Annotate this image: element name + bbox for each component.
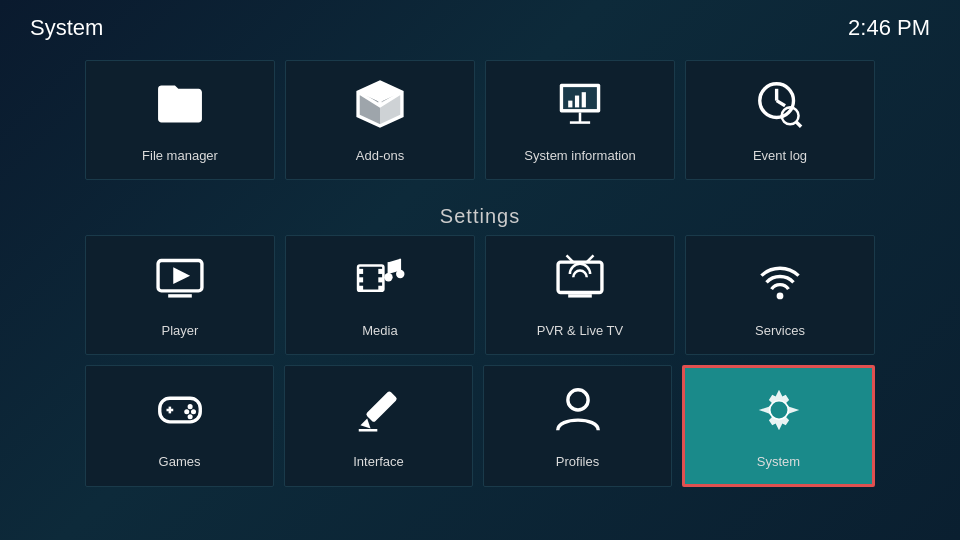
tile-file-manager-label: File manager — [142, 148, 218, 163]
svg-rect-4 — [582, 92, 586, 107]
pencil-icon — [352, 383, 406, 444]
svg-point-43 — [770, 402, 787, 419]
person-icon — [551, 383, 605, 444]
tile-media[interactable]: Media — [285, 235, 475, 355]
tile-games[interactable]: Games — [85, 365, 274, 487]
gamepad-icon — [153, 383, 207, 444]
page-title: System — [30, 15, 103, 41]
svg-marker-39 — [360, 418, 370, 428]
svg-point-23 — [396, 270, 404, 278]
tile-system[interactable]: System — [682, 365, 875, 487]
media-icon — [353, 252, 407, 313]
tile-file-manager[interactable]: File manager — [85, 60, 275, 180]
svg-rect-3 — [575, 96, 579, 108]
tile-media-label: Media — [362, 323, 397, 338]
tile-add-ons[interactable]: Add-ons — [285, 60, 475, 180]
tile-pvr-live-tv-label: PVR & Live TV — [537, 323, 623, 338]
svg-rect-17 — [358, 277, 363, 282]
clock-search-icon — [753, 77, 807, 138]
svg-marker-13 — [173, 267, 190, 284]
svg-point-30 — [777, 293, 784, 300]
svg-point-22 — [384, 273, 392, 281]
gear-icon — [752, 383, 806, 444]
tile-profiles-label: Profiles — [556, 454, 599, 469]
svg-point-41 — [567, 390, 587, 410]
settings-row-2: Games Interface Profiles — [85, 365, 875, 487]
svg-rect-26 — [558, 262, 602, 292]
tile-interface[interactable]: Interface — [284, 365, 473, 487]
svg-point-35 — [184, 409, 189, 414]
svg-point-34 — [187, 404, 192, 409]
svg-rect-16 — [358, 269, 363, 274]
svg-rect-18 — [358, 286, 363, 291]
settings-row-1: Player — [85, 235, 875, 355]
svg-rect-2 — [568, 101, 572, 108]
svg-rect-38 — [365, 391, 397, 423]
folder-icon — [153, 77, 207, 138]
projector-icon — [553, 77, 607, 138]
clock: 2:46 PM — [848, 15, 930, 41]
svg-point-36 — [190, 409, 195, 414]
svg-rect-20 — [378, 277, 383, 282]
box-icon — [353, 77, 407, 138]
settings-section-label: Settings — [0, 205, 960, 228]
tile-games-label: Games — [159, 454, 201, 469]
svg-line-9 — [777, 101, 785, 106]
tile-player[interactable]: Player — [85, 235, 275, 355]
tile-interface-label: Interface — [353, 454, 404, 469]
settings-grid: Player — [0, 235, 960, 487]
tile-event-log-label: Event log — [753, 148, 807, 163]
wifi-icon — [753, 252, 807, 313]
tile-system-information-label: System information — [524, 148, 635, 163]
play-icon — [153, 252, 207, 313]
tile-services-label: Services — [755, 323, 805, 338]
tile-services[interactable]: Services — [685, 235, 875, 355]
svg-line-11 — [796, 122, 801, 127]
tile-player-label: Player — [162, 323, 199, 338]
top-tiles-row: File manager Add-ons System information — [0, 60, 960, 180]
tv-icon — [553, 252, 607, 313]
svg-rect-19 — [378, 269, 383, 274]
svg-rect-21 — [378, 286, 383, 291]
header: System 2:46 PM — [0, 0, 960, 56]
tile-system-label: System — [757, 454, 800, 469]
svg-point-37 — [187, 414, 192, 419]
tile-add-ons-label: Add-ons — [356, 148, 404, 163]
tile-pvr-live-tv[interactable]: PVR & Live TV — [485, 235, 675, 355]
tile-profiles[interactable]: Profiles — [483, 365, 672, 487]
tile-system-information[interactable]: System information — [485, 60, 675, 180]
tile-event-log[interactable]: Event log — [685, 60, 875, 180]
